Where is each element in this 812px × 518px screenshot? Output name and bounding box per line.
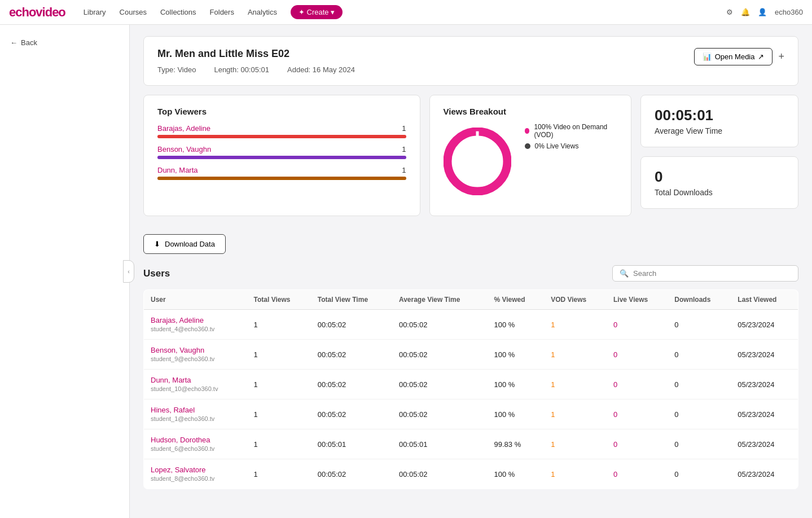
nav-analytics[interactable]: Analytics bbox=[248, 8, 277, 16]
user-email-3: student_1@echo360.tv bbox=[151, 415, 214, 422]
cell-pct-viewed-5: 100 % bbox=[487, 459, 544, 489]
nav-collections[interactable]: Collections bbox=[160, 8, 196, 16]
viewer-count-0: 1 bbox=[402, 124, 406, 133]
cell-last-viewed-2: 05/23/2024 bbox=[731, 370, 798, 400]
cell-total-views-4: 1 bbox=[247, 429, 311, 459]
cell-vod-views-0: 1 bbox=[544, 310, 607, 340]
user-email-4: student_6@echo360.tv bbox=[151, 445, 214, 452]
download-data-button[interactable]: ⬇ Download Data bbox=[143, 234, 226, 254]
sidebar: ← Back ‹ bbox=[0, 25, 130, 518]
cell-last-viewed-5: 05/23/2024 bbox=[731, 459, 798, 489]
user-name-link-0[interactable]: Barajas, Adeline bbox=[151, 316, 204, 324]
legend-vod: 100% Video on Demand (VOD) bbox=[525, 123, 617, 139]
cell-downloads-4: 0 bbox=[668, 429, 731, 459]
cell-avg-view-time-1: 00:05:02 bbox=[392, 340, 488, 370]
settings-icon[interactable]: ⚙ bbox=[726, 8, 733, 16]
live-dot bbox=[525, 143, 530, 149]
viewer-row-2: Dunn, Marta 1 bbox=[157, 166, 406, 180]
views-breakout-card: Views Breakout 100% Video on D bbox=[429, 95, 631, 216]
nav-courses[interactable]: Courses bbox=[120, 8, 147, 16]
total-downloads-value: 0 bbox=[655, 168, 784, 186]
user-name-link-1[interactable]: Benson, Vaughn bbox=[151, 346, 204, 354]
cell-user-5: Lopez, Salvatore student_8@echo360.tv bbox=[144, 459, 247, 489]
cell-pct-viewed-4: 99.83 % bbox=[487, 429, 544, 459]
media-length: Length: 00:05:01 bbox=[214, 65, 269, 74]
back-label: Back bbox=[21, 38, 37, 47]
add-icon[interactable]: + bbox=[778, 51, 784, 63]
cell-user-4: Hudson, Dorothea student_6@echo360.tv bbox=[144, 429, 247, 459]
table-header-row: User Total Views Total View Time Average… bbox=[144, 290, 798, 310]
bar-track-0 bbox=[157, 135, 406, 138]
search-wrap: 🔍 bbox=[612, 265, 798, 282]
search-input[interactable] bbox=[633, 269, 791, 278]
cell-live-views-2: 0 bbox=[607, 370, 668, 400]
back-button[interactable]: ← Back bbox=[0, 34, 129, 51]
donut-svg bbox=[444, 128, 511, 195]
bar-track-2 bbox=[157, 177, 406, 180]
total-downloads-card: 0 Total Downloads bbox=[640, 156, 798, 209]
nav-right: ⚙ 🔔 👤 echo360 bbox=[726, 8, 803, 16]
col-last-viewed: Last Viewed bbox=[731, 290, 798, 310]
back-arrow-icon: ← bbox=[10, 38, 17, 47]
cell-total-view-time-1: 00:05:02 bbox=[311, 340, 392, 370]
nav-library[interactable]: Library bbox=[84, 8, 106, 16]
bar-fill-0 bbox=[157, 135, 406, 138]
sidebar-toggle[interactable]: ‹ bbox=[123, 260, 134, 283]
cell-live-views-0: 0 bbox=[607, 310, 668, 340]
logo: echovideo bbox=[9, 5, 65, 20]
download-label: Download Data bbox=[165, 240, 215, 248]
create-button[interactable]: ✦ Create ▾ bbox=[291, 5, 343, 19]
top-viewers-title: Top Viewers bbox=[157, 107, 406, 116]
col-vod-views: VOD Views bbox=[544, 290, 607, 310]
users-title: Users bbox=[143, 268, 170, 279]
table-row: Hudson, Dorothea student_6@echo360.tv 1 … bbox=[144, 429, 798, 459]
cell-vod-views-4: 1 bbox=[544, 429, 607, 459]
navbar: echovideo Library Courses Collections Fo… bbox=[0, 0, 812, 25]
cell-last-viewed-1: 05/23/2024 bbox=[731, 340, 798, 370]
users-header: Users 🔍 bbox=[143, 265, 798, 282]
cell-total-view-time-5: 00:05:02 bbox=[311, 459, 392, 489]
donut-chart bbox=[444, 128, 511, 195]
user-icon[interactable]: 👤 bbox=[758, 8, 767, 16]
cell-live-views-1: 0 bbox=[607, 340, 668, 370]
table-row: Dunn, Marta student_10@echo360.tv 1 00:0… bbox=[144, 370, 798, 400]
viewer-row-1: Benson, Vaughn 1 bbox=[157, 145, 406, 159]
cell-avg-view-time-5: 00:05:02 bbox=[392, 459, 488, 489]
live-label: 0% Live Views bbox=[535, 142, 579, 150]
user-email-0: student_4@echo360.tv bbox=[151, 326, 214, 332]
cell-vod-views-1: 1 bbox=[544, 340, 607, 370]
col-user: User bbox=[144, 290, 247, 310]
col-avg-view-time: Average View Time bbox=[392, 290, 488, 310]
cell-pct-viewed-1: 100 % bbox=[487, 340, 544, 370]
open-media-button[interactable]: 📊 Open Media ↗ bbox=[694, 48, 773, 65]
cell-total-views-0: 1 bbox=[247, 310, 311, 340]
avg-view-time-label: Average View Time bbox=[655, 126, 784, 135]
media-header: Mr. Men and Little Miss E02 Type: Video … bbox=[157, 48, 784, 74]
search-icon: 🔍 bbox=[620, 269, 629, 278]
cell-downloads-3: 0 bbox=[668, 400, 731, 429]
user-name-link-2[interactable]: Dunn, Marta bbox=[151, 376, 191, 384]
user-name-link-5[interactable]: Lopez, Salvatore bbox=[151, 466, 206, 474]
cell-downloads-0: 0 bbox=[668, 310, 731, 340]
viewer-name-1[interactable]: Benson, Vaughn bbox=[157, 145, 211, 153]
cell-live-views-4: 0 bbox=[607, 429, 668, 459]
cell-downloads-5: 0 bbox=[668, 459, 731, 489]
user-email-5: student_8@echo360.tv bbox=[151, 475, 214, 482]
viewer-count-1: 1 bbox=[402, 145, 406, 153]
cell-live-views-3: 0 bbox=[607, 400, 668, 429]
download-icon: ⬇ bbox=[154, 240, 160, 248]
viewer-name-0[interactable]: Barajas, Adeline bbox=[157, 124, 210, 133]
cell-total-views-2: 1 bbox=[247, 370, 311, 400]
total-downloads-label: Total Downloads bbox=[655, 188, 784, 197]
cell-total-view-time-4: 00:05:01 bbox=[311, 429, 392, 459]
cell-vod-views-5: 1 bbox=[544, 459, 607, 489]
user-name-link-3[interactable]: Hines, Rafael bbox=[151, 406, 195, 414]
bell-icon[interactable]: 🔔 bbox=[741, 8, 750, 16]
cell-total-views-1: 1 bbox=[247, 340, 311, 370]
nav-folders[interactable]: Folders bbox=[210, 8, 234, 16]
avg-view-time-card: 00:05:01 Average View Time bbox=[640, 95, 798, 147]
bar-fill-2 bbox=[157, 177, 406, 180]
media-header-card: Mr. Men and Little Miss E02 Type: Video … bbox=[143, 36, 798, 86]
viewer-name-2[interactable]: Dunn, Marta bbox=[157, 166, 198, 174]
user-name-link-4[interactable]: Hudson, Dorothea bbox=[151, 436, 210, 444]
